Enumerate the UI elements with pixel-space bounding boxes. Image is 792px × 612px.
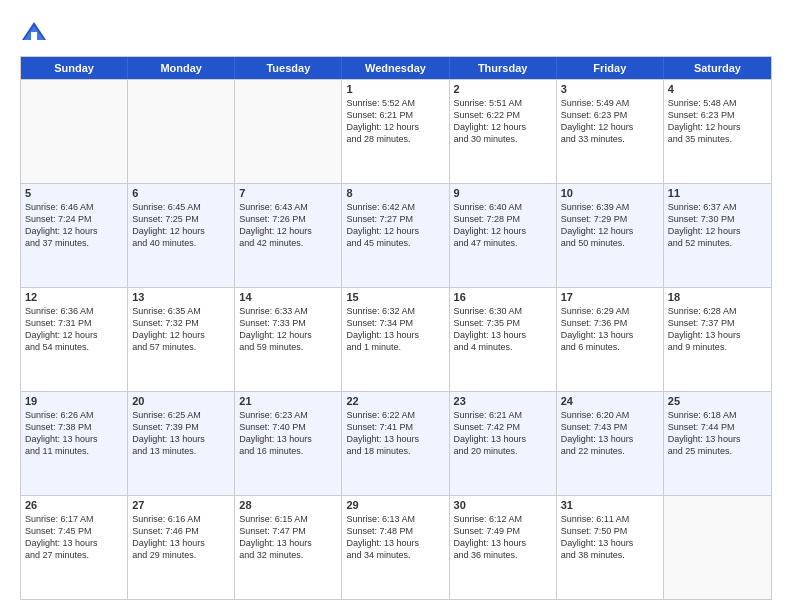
calendar-day-8: 8Sunrise: 6:42 AMSunset: 7:27 PMDaylight… — [342, 184, 449, 287]
day-number: 6 — [132, 187, 230, 199]
cell-line: Sunset: 7:47 PM — [239, 525, 337, 537]
cell-line: Sunset: 7:43 PM — [561, 421, 659, 433]
header-day-monday: Monday — [128, 57, 235, 79]
cell-line: Sunrise: 6:16 AM — [132, 513, 230, 525]
cell-line: Sunrise: 6:33 AM — [239, 305, 337, 317]
day-number: 17 — [561, 291, 659, 303]
cell-line: Daylight: 12 hours — [561, 121, 659, 133]
day-number: 30 — [454, 499, 552, 511]
cell-line: Sunrise: 6:40 AM — [454, 201, 552, 213]
cell-line: Daylight: 12 hours — [454, 121, 552, 133]
cell-line: Sunset: 7:35 PM — [454, 317, 552, 329]
calendar-week-4: 19Sunrise: 6:26 AMSunset: 7:38 PMDayligh… — [21, 391, 771, 495]
calendar-day-10: 10Sunrise: 6:39 AMSunset: 7:29 PMDayligh… — [557, 184, 664, 287]
cell-line: Sunset: 7:36 PM — [561, 317, 659, 329]
cell-line: Daylight: 13 hours — [132, 433, 230, 445]
cell-line: and 34 minutes. — [346, 549, 444, 561]
cell-line: and 20 minutes. — [454, 445, 552, 457]
cell-line: Sunrise: 6:18 AM — [668, 409, 767, 421]
calendar-day-16: 16Sunrise: 6:30 AMSunset: 7:35 PMDayligh… — [450, 288, 557, 391]
cell-line: Daylight: 13 hours — [454, 329, 552, 341]
cell-line: Sunrise: 6:32 AM — [346, 305, 444, 317]
cell-line: Sunrise: 6:28 AM — [668, 305, 767, 317]
logo — [20, 18, 52, 46]
cell-line: Sunrise: 6:45 AM — [132, 201, 230, 213]
calendar-day-15: 15Sunrise: 6:32 AMSunset: 7:34 PMDayligh… — [342, 288, 449, 391]
day-number: 26 — [25, 499, 123, 511]
cell-line: and 59 minutes. — [239, 341, 337, 353]
cell-line: Sunset: 7:40 PM — [239, 421, 337, 433]
cell-line: and 22 minutes. — [561, 445, 659, 457]
cell-line: Daylight: 12 hours — [239, 225, 337, 237]
cell-line: Sunset: 7:31 PM — [25, 317, 123, 329]
calendar-day-28: 28Sunrise: 6:15 AMSunset: 7:47 PMDayligh… — [235, 496, 342, 599]
cell-line: Daylight: 12 hours — [25, 329, 123, 341]
calendar-day-12: 12Sunrise: 6:36 AMSunset: 7:31 PMDayligh… — [21, 288, 128, 391]
cell-line: and 40 minutes. — [132, 237, 230, 249]
cell-line: and 45 minutes. — [346, 237, 444, 249]
header-day-saturday: Saturday — [664, 57, 771, 79]
calendar-day-5: 5Sunrise: 6:46 AMSunset: 7:24 PMDaylight… — [21, 184, 128, 287]
calendar-day-31: 31Sunrise: 6:11 AMSunset: 7:50 PMDayligh… — [557, 496, 664, 599]
calendar: SundayMondayTuesdayWednesdayThursdayFrid… — [20, 56, 772, 600]
cell-line: Daylight: 12 hours — [239, 329, 337, 341]
calendar-day-17: 17Sunrise: 6:29 AMSunset: 7:36 PMDayligh… — [557, 288, 664, 391]
cell-line: Sunrise: 6:35 AM — [132, 305, 230, 317]
cell-line: Sunrise: 6:46 AM — [25, 201, 123, 213]
day-number: 16 — [454, 291, 552, 303]
day-number: 14 — [239, 291, 337, 303]
cell-line: Sunset: 7:45 PM — [25, 525, 123, 537]
cell-line: Daylight: 13 hours — [668, 433, 767, 445]
cell-line: and 6 minutes. — [561, 341, 659, 353]
day-number: 7 — [239, 187, 337, 199]
cell-line: Sunset: 7:39 PM — [132, 421, 230, 433]
cell-line: Sunrise: 6:30 AM — [454, 305, 552, 317]
cell-line: Sunrise: 6:11 AM — [561, 513, 659, 525]
calendar-day-25: 25Sunrise: 6:18 AMSunset: 7:44 PMDayligh… — [664, 392, 771, 495]
calendar-week-1: 1Sunrise: 5:52 AMSunset: 6:21 PMDaylight… — [21, 79, 771, 183]
calendar-day-22: 22Sunrise: 6:22 AMSunset: 7:41 PMDayligh… — [342, 392, 449, 495]
cell-line: Sunrise: 6:13 AM — [346, 513, 444, 525]
day-number: 29 — [346, 499, 444, 511]
calendar-day-7: 7Sunrise: 6:43 AMSunset: 7:26 PMDaylight… — [235, 184, 342, 287]
day-number: 2 — [454, 83, 552, 95]
cell-line: Sunrise: 5:49 AM — [561, 97, 659, 109]
calendar-week-2: 5Sunrise: 6:46 AMSunset: 7:24 PMDaylight… — [21, 183, 771, 287]
cell-line: Sunset: 7:44 PM — [668, 421, 767, 433]
cell-line: Sunset: 7:46 PM — [132, 525, 230, 537]
cell-line: Daylight: 13 hours — [454, 537, 552, 549]
calendar-day-24: 24Sunrise: 6:20 AMSunset: 7:43 PMDayligh… — [557, 392, 664, 495]
cell-line: and 18 minutes. — [346, 445, 444, 457]
cell-line: and 4 minutes. — [454, 341, 552, 353]
calendar-day-18: 18Sunrise: 6:28 AMSunset: 7:37 PMDayligh… — [664, 288, 771, 391]
day-number: 27 — [132, 499, 230, 511]
calendar-day-14: 14Sunrise: 6:33 AMSunset: 7:33 PMDayligh… — [235, 288, 342, 391]
cell-line: Sunrise: 6:21 AM — [454, 409, 552, 421]
header-day-tuesday: Tuesday — [235, 57, 342, 79]
cell-line: Daylight: 12 hours — [454, 225, 552, 237]
cell-line: Sunset: 7:38 PM — [25, 421, 123, 433]
cell-line: and 54 minutes. — [25, 341, 123, 353]
cell-line: and 30 minutes. — [454, 133, 552, 145]
cell-line: Sunrise: 6:20 AM — [561, 409, 659, 421]
cell-line: Sunset: 7:24 PM — [25, 213, 123, 225]
calendar-day-4: 4Sunrise: 5:48 AMSunset: 6:23 PMDaylight… — [664, 80, 771, 183]
calendar-day-27: 27Sunrise: 6:16 AMSunset: 7:46 PMDayligh… — [128, 496, 235, 599]
calendar-day-30: 30Sunrise: 6:12 AMSunset: 7:49 PMDayligh… — [450, 496, 557, 599]
calendar-day-9: 9Sunrise: 6:40 AMSunset: 7:28 PMDaylight… — [450, 184, 557, 287]
cell-line: Daylight: 12 hours — [132, 329, 230, 341]
cell-line: Sunset: 6:23 PM — [561, 109, 659, 121]
cell-line: Daylight: 12 hours — [132, 225, 230, 237]
calendar-day-6: 6Sunrise: 6:45 AMSunset: 7:25 PMDaylight… — [128, 184, 235, 287]
day-number: 24 — [561, 395, 659, 407]
cell-line: and 38 minutes. — [561, 549, 659, 561]
cell-line: and 27 minutes. — [25, 549, 123, 561]
day-number: 23 — [454, 395, 552, 407]
cell-line: Sunrise: 6:42 AM — [346, 201, 444, 213]
day-number: 5 — [25, 187, 123, 199]
day-number: 21 — [239, 395, 337, 407]
calendar-day-19: 19Sunrise: 6:26 AMSunset: 7:38 PMDayligh… — [21, 392, 128, 495]
cell-line: Sunrise: 6:23 AM — [239, 409, 337, 421]
day-number: 15 — [346, 291, 444, 303]
cell-line: Sunset: 7:28 PM — [454, 213, 552, 225]
